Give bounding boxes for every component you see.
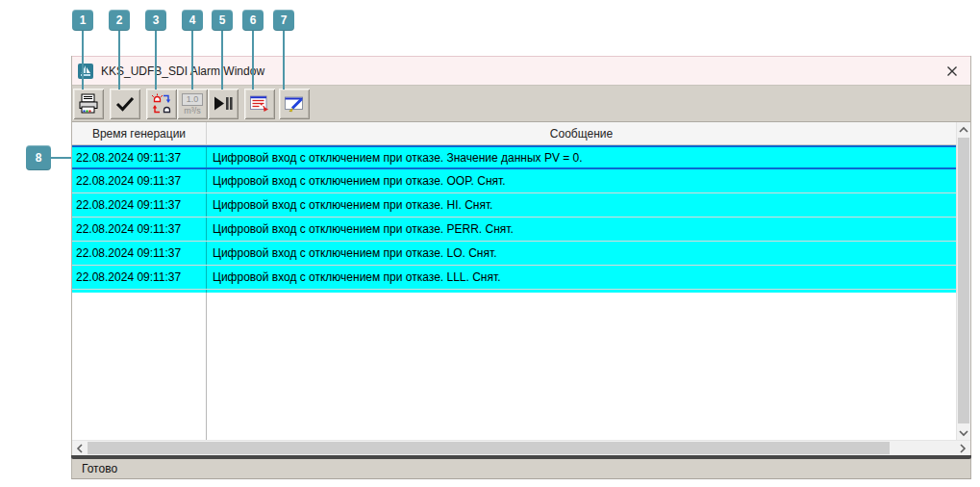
scroll-down-button[interactable] [957, 425, 970, 440]
cell-time: 22.08.2024 09:11:37 [72, 218, 207, 241]
table-header: Время генерации Сообщение [72, 122, 956, 145]
printer-icon [77, 92, 100, 115]
vertical-scrollbar[interactable] [956, 122, 970, 440]
callout-badge-7: 7 [273, 10, 294, 31]
horizontal-scroll-thumb[interactable] [88, 442, 890, 454]
play-pause-icon [212, 92, 235, 115]
callout-badge-4: 4 [182, 10, 203, 31]
cell-time: 22.08.2024 09:11:37 [72, 242, 207, 265]
table-row[interactable]: 22.08.2024 09:11:37 Цифровой вход с откл… [72, 169, 956, 193]
scroll-left-button[interactable] [72, 441, 88, 455]
table-row[interactable]: 22.08.2024 09:11:37 Цифровой вход с откл… [72, 145, 956, 169]
sort-chevron-icon [135, 124, 144, 138]
cell-message: Цифровой вход с отключением при отказе. … [207, 266, 956, 289]
window-title: KKS_UDFB_SDI Alarm Window [101, 64, 943, 78]
titlebar: KKS_UDFB_SDI Alarm Window [72, 56, 970, 85]
table-filler-row [72, 293, 956, 440]
chevron-left-icon [76, 443, 84, 454]
callout-badge-3: 3 [145, 10, 166, 31]
close-button[interactable] [943, 63, 961, 80]
table-row[interactable]: 22.08.2024 09:11:37 Цифровой вход с откл… [72, 266, 956, 290]
cell-message: Цифровой вход с отключением при отказе. … [207, 193, 956, 217]
scroll-up-button[interactable] [957, 122, 970, 137]
toolbar: 1.0 m³/s [72, 85, 970, 122]
callout-line-1 [82, 31, 84, 90]
callout-line-2 [118, 31, 120, 90]
checkmark-icon [113, 92, 137, 115]
callout-badge-1: 1 [72, 10, 93, 31]
alarm-bells-icon [150, 92, 173, 115]
callout-line-4 [191, 31, 193, 90]
cell-message: Цифровой вход с отключением при отказе. … [207, 218, 956, 241]
column-header-message-label: Сообщение [550, 127, 613, 141]
alarm-app-icon [78, 64, 93, 79]
callout-line-7 [283, 31, 285, 90]
table-row[interactable]: 22.08.2024 09:11:37 Цифровой вход с откл… [72, 242, 956, 266]
column-header-time[interactable]: Время генерации [72, 122, 207, 144]
alarm-table-body: 22.08.2024 09:11:37 Цифровой вход с откл… [72, 145, 956, 293]
chevron-right-icon [959, 443, 967, 454]
alarm-ack-toggle-button[interactable] [146, 89, 177, 119]
callout-line-6 [252, 31, 254, 90]
cell-time: 22.08.2024 09:11:37 [72, 147, 207, 167]
cell-time: 22.08.2024 09:11:37 [72, 169, 207, 192]
alarm-window: KKS_UDFB_SDI Alarm Window [71, 56, 971, 459]
alarm-table: Время генерации Сообщение 22.08.2024 09:… [72, 122, 970, 440]
acknowledge-button[interactable] [110, 89, 140, 119]
edit-note-button[interactable] [279, 89, 310, 119]
chevron-down-icon [958, 429, 969, 437]
page: { "callouts": { "items": ["1", "2", "3",… [0, 0, 980, 487]
chevron-up-icon [958, 126, 969, 134]
cell-time [72, 293, 207, 440]
callout-badge-5: 5 [212, 10, 233, 31]
cell-message: Цифровой вход с отключением при отказе. … [207, 242, 956, 265]
callout-badge-6: 6 [242, 10, 264, 31]
event-list-button[interactable] [244, 89, 275, 119]
table-row[interactable]: 22.08.2024 09:11:37 Цифровой вход с откл… [72, 193, 956, 218]
scroll-right-button[interactable] [955, 441, 970, 455]
vertical-scroll-thumb[interactable] [958, 138, 969, 423]
callout-line-8 [51, 157, 71, 159]
callout-line-3 [155, 31, 157, 90]
cell-time: 22.08.2024 09:11:37 [72, 266, 207, 289]
cell-message: Цифровой вход с отключением при отказе. … [207, 147, 956, 167]
callout-badge-8: 8 [26, 145, 51, 170]
column-header-message[interactable]: Сообщение [207, 122, 956, 144]
print-button[interactable] [73, 89, 104, 119]
alarm-grid: Время генерации Сообщение 22.08.2024 09:… [72, 122, 956, 440]
horizontal-scrollbar[interactable] [72, 440, 970, 455]
cell-time: 22.08.2024 09:11:37 [72, 193, 207, 217]
status-bar: Готово [71, 459, 971, 479]
play-pause-button[interactable] [208, 89, 239, 119]
event-list-icon [248, 92, 271, 115]
table-row[interactable]: 22.08.2024 09:11:37 Цифровой вход с откл… [72, 218, 956, 242]
cell-message [207, 293, 956, 440]
callout-badge-2: 2 [109, 10, 130, 31]
units-icon: 1.0 m³/s [182, 93, 204, 115]
units-value: 1.0 [182, 93, 204, 106]
units-label: m³/s [184, 107, 201, 115]
callout-line-5 [221, 31, 223, 90]
cell-message: Цифровой вход с отключением при отказе. … [207, 169, 956, 192]
engineering-units-button[interactable]: 1.0 m³/s [177, 89, 208, 119]
status-text: Готово [82, 462, 117, 475]
close-icon [945, 64, 959, 78]
notepad-pencil-icon [283, 92, 306, 115]
